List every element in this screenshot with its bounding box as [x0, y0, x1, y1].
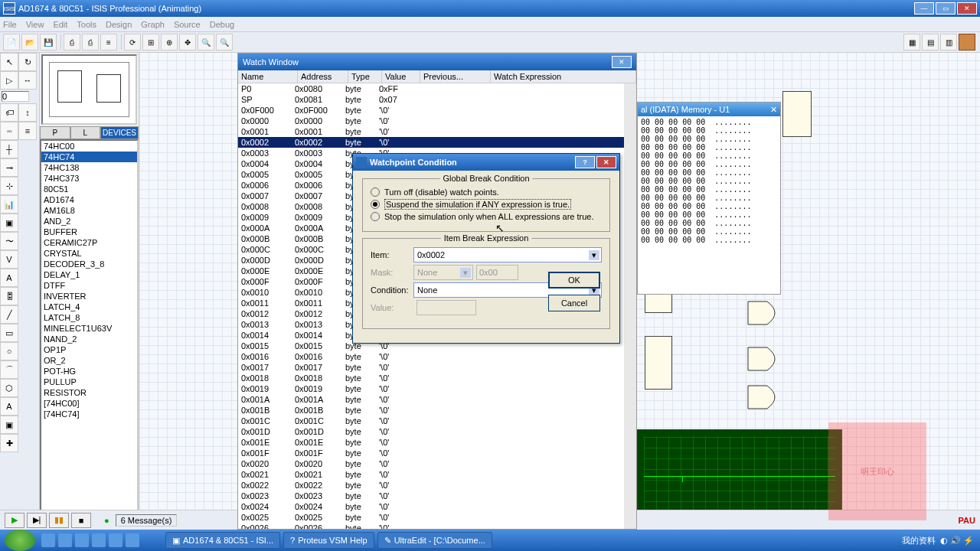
col-address[interactable]: Address: [298, 70, 348, 83]
watch-row[interactable]: 0x00160x0016byte'\0': [238, 351, 636, 362]
grid-icon[interactable]: ⊞: [142, 34, 159, 51]
menu-debug[interactable]: Debug: [210, 20, 234, 29]
zoom-in-icon[interactable]: 🔍: [198, 34, 214, 51]
play-button[interactable]: ▶: [5, 513, 24, 528]
component-icon[interactable]: ▷: [0, 71, 18, 90]
wire-icon[interactable]: ⎓: [0, 122, 18, 140]
quick-launch-icon[interactable]: [75, 533, 89, 547]
device-item[interactable]: DECODER_3_8: [41, 259, 137, 269]
save-icon[interactable]: 💾: [40, 34, 57, 51]
device-item[interactable]: 80C51: [41, 184, 137, 194]
watch-row[interactable]: 0x00220x0022byte'\0': [238, 480, 636, 491]
device-item[interactable]: AND_2: [41, 216, 137, 227]
stop-button[interactable]: ■: [71, 513, 91, 528]
watch-row[interactable]: 0x00020x0002byte'\0': [238, 137, 636, 148]
tab-p[interactable]: P: [40, 126, 70, 139]
device-item[interactable]: RESISTOR: [41, 387, 137, 398]
radio-turn-off[interactable]: Turn off (disable) watch points.: [371, 187, 602, 197]
cancel-button[interactable]: Cancel: [548, 295, 600, 311]
box-2d-icon[interactable]: ▭: [0, 324, 18, 342]
task-help[interactable]: ?Proteus VSM Help: [283, 532, 374, 549]
marker-icon[interactable]: ✚: [0, 434, 18, 452]
device-item[interactable]: POT-HG: [41, 366, 137, 377]
pause-button[interactable]: ▮▮: [49, 513, 69, 528]
quick-launch-icon[interactable]: [126, 533, 139, 547]
col-name[interactable]: Name: [238, 70, 298, 83]
watch-row[interactable]: 0x00260x0026byte'\0': [238, 523, 636, 529]
menu-design[interactable]: Design: [106, 20, 132, 29]
menu-edit[interactable]: Edit: [53, 20, 67, 29]
watch-row[interactable]: 0x001E0x001Ebyte'\0': [238, 437, 636, 448]
print-area-icon[interactable]: ⎙: [64, 34, 80, 51]
device-item[interactable]: 74HC373: [41, 173, 137, 184]
col-expression[interactable]: Watch Expression: [491, 70, 636, 83]
device-item[interactable]: [74HC00]: [41, 398, 137, 409]
watch-row[interactable]: 0x00000x0000byte'\0': [238, 116, 636, 126]
device-item[interactable]: LATCH_8: [41, 312, 137, 323]
label-icon[interactable]: 🏷: [0, 103, 18, 122]
path-2d-icon[interactable]: ⬡: [0, 379, 18, 397]
junction-icon[interactable]: ┼: [0, 140, 18, 158]
open-icon[interactable]: 📂: [21, 34, 38, 51]
device-item[interactable]: [74HC74]: [41, 409, 137, 419]
close-button[interactable]: ✕: [957, 2, 977, 15]
origin-icon[interactable]: ⊕: [161, 34, 178, 51]
device-item[interactable]: 74HC00: [41, 141, 137, 152]
text-2d-icon[interactable]: A: [0, 397, 18, 416]
system-tray[interactable]: 我的资料 ◐ 🔊 ⚡: [896, 535, 980, 546]
quick-launch-icon[interactable]: [58, 533, 72, 547]
mirror-icon[interactable]: ↔: [18, 71, 37, 90]
instrument-icon[interactable]: 🎛: [0, 287, 18, 305]
task-isis[interactable]: ▣AD1674 & 80C51 - ISI...: [165, 532, 280, 549]
col-type[interactable]: Type: [348, 70, 382, 83]
device-item[interactable]: CRYSTAL: [41, 248, 137, 259]
step-button[interactable]: ▶|: [27, 513, 47, 528]
device-item[interactable]: OP1P: [41, 344, 137, 355]
pin-icon[interactable]: ⊹: [0, 177, 18, 195]
device-item[interactable]: BUFFER: [41, 227, 137, 237]
menu-file[interactable]: File: [3, 20, 17, 29]
watch-row[interactable]: 0x00230x0023byte'\0': [238, 491, 636, 501]
memory-panel[interactable]: al (IDATA) Memory - U1✕ 00 00 00 00 00 .…: [637, 102, 781, 295]
watch-row[interactable]: 0x001D0x001Dbyte'\0': [238, 426, 636, 437]
bus-icon[interactable]: ≡: [18, 122, 37, 140]
watch-row[interactable]: P00x0080byte0xFF: [238, 83, 636, 94]
watch-row[interactable]: 0x00240x0024byte'\0': [238, 501, 636, 512]
flip-icon[interactable]: ↕: [18, 103, 37, 122]
watch-row[interactable]: SP0x0081byte0x07: [238, 94, 636, 105]
watch-row[interactable]: 0x00250x0025byte'\0': [238, 512, 636, 523]
watch-row[interactable]: 0x00170x0017byte'\0': [238, 362, 636, 373]
device-item[interactable]: DTFF: [41, 280, 137, 291]
new-icon[interactable]: 📄: [3, 34, 20, 51]
device-item[interactable]: MINELECT1U63V: [41, 323, 137, 334]
device-item[interactable]: 74HC138: [41, 162, 137, 173]
task-ultraedit[interactable]: ✎UltraEdit - [C:\Docume...: [377, 532, 492, 549]
device-item[interactable]: INVERTER: [41, 291, 137, 302]
watch-row[interactable]: 0x00190x0019byte'\0': [238, 383, 636, 394]
item-combo[interactable]: 0x0002: [413, 247, 602, 262]
device-item[interactable]: CERAMIC27P: [41, 237, 137, 248]
radio-suspend-any[interactable]: Suspend the simulation if ANY expression…: [371, 199, 602, 210]
probe-i-icon[interactable]: A: [0, 269, 18, 287]
watch-row[interactable]: 0x001F0x001Fbyte'\0': [238, 448, 636, 458]
watch-row[interactable]: 0x00200x0020byte'\0': [238, 458, 636, 469]
terminal-icon[interactable]: ⊸: [0, 158, 18, 177]
quick-launch-icon[interactable]: [92, 533, 106, 547]
col-value[interactable]: Value: [382, 70, 420, 83]
print-icon[interactable]: ⎙: [82, 34, 99, 51]
col-previous[interactable]: Previous...: [420, 70, 491, 83]
watch-row[interactable]: 0x001B0x001Bbyte'\0': [238, 405, 636, 416]
tool-icon[interactable]: ▦: [903, 34, 920, 51]
watch-close-icon[interactable]: ✕: [612, 56, 632, 68]
line-2d-icon[interactable]: ╱: [0, 305, 18, 324]
select-icon[interactable]: ↖: [0, 53, 18, 71]
symbol-icon[interactable]: ▣: [0, 416, 18, 434]
menu-graph[interactable]: Graph: [141, 20, 165, 29]
watch-row[interactable]: 0x00180x0018byte'\0': [238, 373, 636, 383]
rotate-icon[interactable]: ↻: [18, 53, 37, 71]
minimize-button[interactable]: —: [914, 2, 934, 15]
radio-stop-all[interactable]: Stop the simulation only when ALL expres…: [371, 212, 602, 221]
tab-l[interactable]: L: [70, 126, 101, 139]
dialog-help-icon[interactable]: ?: [575, 156, 595, 168]
watch-titlebar[interactable]: Watch Window ✕: [238, 54, 636, 70]
